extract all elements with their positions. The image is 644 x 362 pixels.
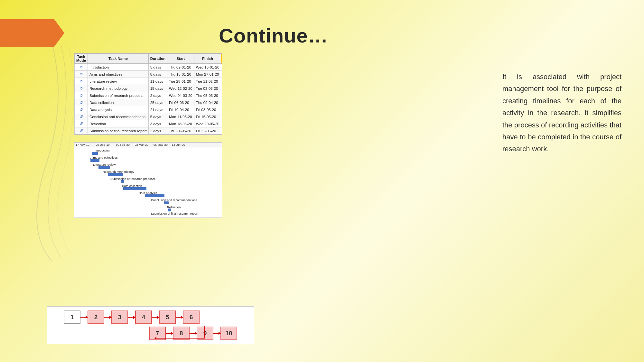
gantt-bar-methodology — [108, 173, 123, 176]
gantt-bar-conclusion — [164, 201, 169, 204]
cell-icon: ↺ — [75, 64, 88, 71]
col-duration: Duration — [148, 54, 167, 64]
cell-start: Wed 12-02-20 — [167, 85, 194, 92]
cell-start: Fri 06-03-20 — [167, 99, 194, 106]
table-row: ↺ Submission of final research report 2 … — [75, 127, 222, 135]
gantt-bar-reflection — [168, 209, 171, 211]
cell-finish: Tue 03-03-20 — [194, 85, 221, 92]
flow-row-1: 1 2 3 4 5 6 — [64, 311, 237, 324]
cell-finish: Fri 22-05-20 — [194, 127, 221, 135]
cell-start: Thu 21-05-20 — [167, 127, 194, 135]
gantt-bar-introduction — [92, 152, 98, 155]
cell-duration: 21 days — [148, 106, 167, 113]
cell-taskname: Aims and objectives — [88, 71, 149, 78]
flow-arrow-8-9 — [190, 333, 197, 334]
gantt-bars: Introduction Aims and objectives Literat… — [74, 147, 222, 215]
cell-icon: ↺ — [75, 113, 88, 120]
col-predecessors: Predecessors — [221, 54, 222, 64]
gantt-label-finalreport: Submission of final research report — [151, 212, 198, 215]
table-row: ↺ Reflection 3 days Mon 18-05-20 Wed 20-… — [75, 120, 222, 127]
flow-node-8: 8 — [173, 327, 190, 340]
cell-taskname: Reflection — [88, 120, 149, 127]
cell-start: Mon 18-05-20 — [167, 120, 194, 127]
cell-finish: Wed 20-05-20 — [194, 120, 221, 127]
cell-taskname: Literature review — [88, 78, 149, 85]
table-row: ↺ Conclusion and recommendations 5 days … — [75, 113, 222, 120]
gantt-bar-dataanalysis — [145, 194, 164, 197]
timeline-date-5: 05 May '20 — [154, 143, 168, 146]
flow-nodes-container: 1 2 3 4 5 6 7 — [64, 311, 237, 340]
table-row: ↺ Literature review 11 days Tue 28-01-20… — [75, 78, 222, 85]
cell-icon: ↺ — [75, 85, 88, 92]
flow-node-4: 4 — [135, 311, 152, 324]
cell-pred: 9 — [221, 127, 222, 135]
flow-arrow-7-8 — [166, 333, 173, 334]
flow-node-9: 9 — [197, 327, 213, 340]
table-row: ↺ Research methodology 15 days Wed 12-02… — [75, 85, 222, 92]
cell-taskname: Submission of research proposal — [88, 92, 149, 99]
cell-finish: Wed 15-01-20 — [194, 64, 221, 71]
flow-arrow-1-2 — [80, 317, 88, 318]
flow-row-2: 7 8 9 10 — [149, 327, 237, 340]
cell-pred: 8 — [221, 120, 222, 127]
cell-duration: 5 days — [148, 64, 167, 71]
timeline-date-2: 29 Dec '19 — [96, 143, 110, 146]
cell-duration: 2 days — [148, 127, 167, 135]
flow-arrow-2-3 — [104, 317, 111, 318]
gantt-table: TaskMode Task Name Duration Start Finish… — [74, 53, 222, 135]
cell-finish: Fri 08-05-20 — [194, 106, 221, 113]
cell-duration: 3 days — [148, 120, 167, 127]
cell-start: Thu 16-01-20 — [167, 71, 194, 78]
cell-duration: 8 days — [148, 71, 167, 78]
page-title: Continue… — [219, 24, 328, 47]
flow-arrow-9-10 — [213, 333, 220, 334]
cell-finish: Mon 27-01-20 — [194, 71, 221, 78]
flow-node-10: 10 — [220, 327, 237, 340]
cell-duration: 11 days — [148, 78, 167, 85]
cell-duration: 15 days — [148, 85, 167, 92]
cell-taskname: Submission of final research report — [88, 127, 149, 135]
body-text: It is associated with project management… — [502, 71, 621, 155]
cell-taskname: Data analysis — [88, 106, 149, 113]
gantt-label-conclusion: Conclusion and recommendations — [151, 198, 197, 202]
cell-finish: Fri 15-05-20 — [194, 113, 221, 120]
cell-pred: 3 — [221, 85, 222, 92]
cell-finish: Thu 05-03-20 — [194, 92, 221, 99]
flow-node-1: 1 — [64, 311, 80, 324]
cell-duration: 2 days — [148, 92, 167, 99]
cell-pred: 1 — [221, 71, 222, 78]
col-task-mode: TaskMode — [75, 54, 88, 64]
col-finish: Finish — [194, 54, 221, 64]
cell-icon: ↺ — [75, 92, 88, 99]
table-row: ↺ Data analysis 21 days Fri 10-04-20 Fri… — [75, 106, 222, 113]
table-row: ↺ Aims and objectives 8 days Thu 16-01-2… — [75, 71, 222, 78]
cell-finish: Thu 09-04-20 — [194, 99, 221, 106]
timeline-header: 17 Nov '19 29 Dec '19 09 Feb '20 22 Mar … — [74, 143, 222, 147]
table-row: ↺ Introduction 5 days Thu 09-01-20 Wed 1… — [75, 64, 222, 71]
flow-arrow-5-6 — [176, 317, 183, 318]
cell-taskname: Data collection — [88, 99, 149, 106]
cell-start: Tue 28-01-20 — [167, 78, 194, 85]
cell-pred: 2 — [221, 78, 222, 85]
cell-duration: 5 days — [148, 113, 167, 120]
timeline-date-6: 14 Jun '20 — [172, 143, 185, 146]
cell-icon: ↺ — [75, 71, 88, 78]
cell-icon: ↺ — [75, 78, 88, 85]
cell-icon: ↺ — [75, 99, 88, 106]
flow-arrow-3-4 — [128, 317, 135, 318]
cell-taskname: Introduction — [88, 64, 149, 71]
gantt-chart-area: 17 Nov '19 29 Dec '19 09 Feb '20 22 Mar … — [74, 142, 222, 218]
timeline-date-4: 22 Mar '20 — [135, 143, 148, 146]
flow-node-5: 5 — [159, 311, 176, 324]
col-start: Start — [167, 54, 194, 64]
table-row: ↺ Data collection 25 days Fri 06-03-20 T… — [75, 99, 222, 106]
gantt-label-subprop: Submission of research proposal — [110, 177, 155, 181]
cell-pred: 4 — [221, 92, 222, 99]
timeline-date-1: 17 Nov '19 — [76, 143, 89, 146]
cell-start: Wed 04-03-20 — [167, 92, 194, 99]
flow-diagram: 1 2 3 4 5 6 7 — [47, 306, 254, 344]
table-row: ↺ Submission of research proposal 2 days… — [75, 92, 222, 99]
cell-taskname: Research methodology — [88, 85, 149, 92]
flow-node-3: 3 — [111, 311, 128, 324]
gantt-bar-aims — [90, 159, 99, 162]
